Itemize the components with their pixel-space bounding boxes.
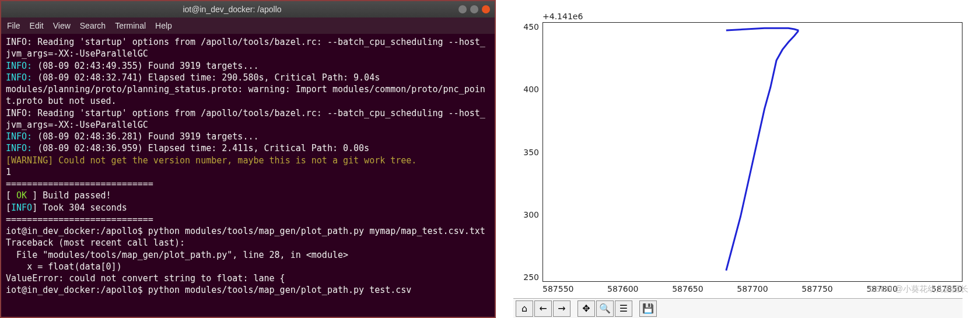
x-tick: 587750 [802,284,832,293]
x-tick: 587700 [737,284,768,293]
menu-terminal[interactable]: Terminal [115,21,146,30]
term-prompt: iot@in_dev_docker:/apollo$ [6,285,148,295]
y-axis-offset: +4.141e6 [542,12,963,21]
plot-area: 450 400 350 300 250 [513,22,963,282]
term-separator: ============================ [6,179,153,189]
term-command: python modules/tools/map_gen/plot_path.p… [148,226,485,236]
term-line: (08-09 02:48:36.959) Elapsed time: 2.411… [32,143,369,153]
term-info-tag: INFO: [6,131,32,142]
term-traceback: x = float(data[0]) [6,261,122,272]
term-info-tag: INFO [11,202,32,213]
back-icon[interactable]: ← [534,300,552,317]
term-line: Could not get the version number, maybe … [53,155,416,166]
term-line: ] Build passed! [27,190,111,201]
y-tick: 300 [523,210,539,219]
home-icon[interactable]: ⌂ [516,300,533,317]
terminal-output[interactable]: INFO: Reading 'startup' options from /ap… [1,34,495,317]
term-traceback: File "modules/tools/map_gen/plot_path.py… [6,250,348,260]
term-line: INFO: Reading 'startup' options from /ap… [6,37,485,59]
term-line: 1 [6,167,11,177]
pan-icon[interactable]: ✥ [578,300,595,317]
term-error: ValueError: could not convert string to … [6,273,285,284]
term-line: ] Took 304 seconds [32,202,127,213]
minimize-icon[interactable] [459,5,467,13]
term-separator: ============================ [6,214,153,225]
x-tick: 587650 [672,284,703,293]
term-prompt: iot@in_dev_docker:/apollo$ [6,226,148,236]
subplots-icon[interactable]: ☰ [615,300,632,317]
watermark: CSDN @小葵花幼儿园园长 [869,284,968,295]
y-tick: 400 [523,85,539,94]
save-icon[interactable]: 💾 [639,300,657,317]
menubar: File Edit View Search Terminal Help [1,18,495,34]
term-line: (08-09 02:48:36.281) Found 3919 targets.… [32,131,258,142]
window-title: iot@in_dev_docker: /apollo [6,5,459,14]
menu-edit[interactable]: Edit [30,21,44,30]
terminal-window: iot@in_dev_docker: /apollo File Edit Vie… [0,0,496,318]
x-tick: 587600 [607,284,638,293]
menu-view[interactable]: View [53,21,71,30]
term-line: (08-09 02:48:32.741) Elapsed time: 290.5… [32,72,380,83]
term-traceback: Traceback (most recent call last): [6,237,185,248]
term-line: (08-09 02:43:49.355) Found 3919 targets.… [32,61,258,71]
y-tick: 250 [523,272,539,282]
term-warning-tag: [WARNING] [6,155,53,166]
matplotlib-toolbar: ⌂ ← → ✥ 🔍 ☰ 💾 [513,298,963,318]
term-info-tag: INFO: [6,143,32,153]
term-ok-tag: OK [16,190,27,201]
term-command: python modules/tools/map_gen/plot_path.p… [148,285,412,295]
zoom-icon[interactable]: 🔍 [596,300,614,317]
y-tick: 450 [523,22,539,32]
y-tick: 350 [523,148,539,157]
y-axis-ticks: 450 400 350 300 250 [513,22,542,282]
term-line: [ [6,202,11,213]
titlebar: iot@in_dev_docker: /apollo [1,1,495,18]
term-line: modules/planning/proto/planning_status.p… [6,84,485,106]
term-line: [ [6,190,16,201]
path-curve [543,23,962,281]
menu-search[interactable]: Search [80,21,106,30]
term-info-tag: INFO: [6,72,32,83]
chart-canvas[interactable] [542,22,963,282]
menu-help[interactable]: Help [155,21,172,30]
close-icon[interactable] [482,5,490,13]
plot-window: +4.141e6 450 400 350 300 250 587550 5876… [496,0,980,318]
term-line: INFO: Reading 'startup' options from /ap… [6,108,485,130]
menu-file[interactable]: File [7,21,20,30]
maximize-icon[interactable] [470,5,478,13]
x-tick: 587550 [542,284,573,293]
term-info-tag: INFO: [6,61,32,71]
forward-icon[interactable]: → [553,300,570,317]
